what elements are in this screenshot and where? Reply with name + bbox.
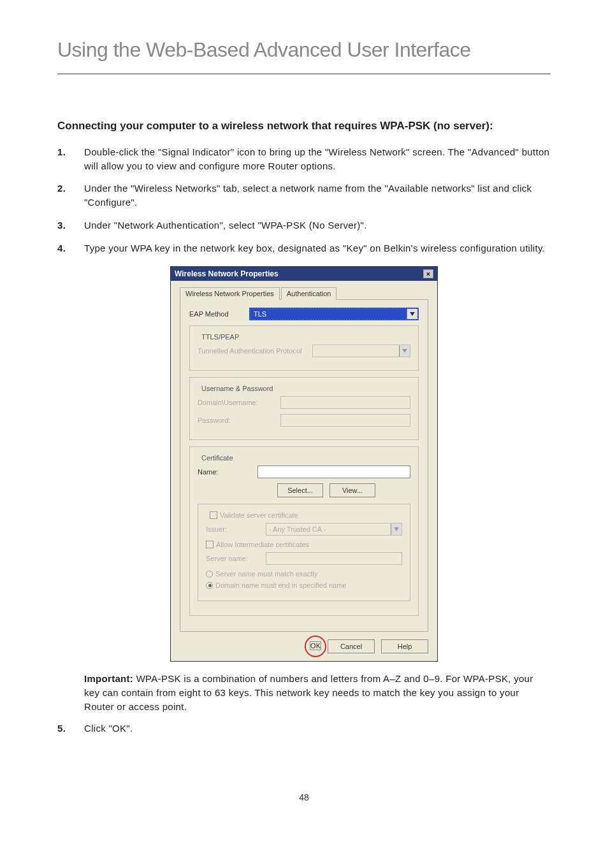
step-desc-1: Double-click the "Signal Indicator" icon… (84, 145, 551, 173)
step-desc-2: Under the "Wireless Networks" tab, selec… (84, 181, 551, 210)
help-button[interactable]: Help (381, 639, 428, 653)
step-3: 3. Under "Network Authentication", selec… (57, 218, 551, 232)
allow-intermediate-checkbox (206, 541, 214, 548)
dialog-title-bar: Wireless Network Properties × (171, 267, 437, 281)
step-num-2: 2. (57, 181, 71, 210)
cert-name-label: Name: (198, 468, 251, 476)
radio-exact (206, 571, 213, 578)
important-note: Important: WPA-PSK is a combination of n… (84, 672, 551, 713)
server-name-field (266, 552, 402, 565)
eap-method-select[interactable]: TLS (249, 308, 419, 320)
cancel-button[interactable]: Cancel (328, 639, 375, 653)
step-num-4: 4. (57, 241, 71, 255)
dialog-footer: OK Cancel Help (180, 639, 428, 653)
domain-username-label: Domain\Username: (198, 399, 274, 406)
page-number: 48 (57, 792, 551, 802)
important-label: Important: (84, 673, 133, 684)
username-password-group: Username & Password Domain\Username: Pas… (189, 377, 419, 440)
password-field (280, 414, 410, 427)
radio-exact-row: Server name must match exactly (206, 570, 402, 578)
radio-domain-row: Domain name must end in specified name (206, 581, 402, 589)
tunnelled-proto-select (312, 345, 410, 357)
dialog-tabs: Wireless Network Properties Authenticati… (180, 287, 428, 300)
tab-panel-authentication: EAP Method TLS TTLS/PEAP Tunnelled Authe… (180, 299, 428, 632)
chevron-down-icon (399, 345, 410, 357)
ok-button[interactable]: OK (310, 641, 321, 650)
cert-view-button[interactable]: View... (329, 483, 375, 497)
step-num-1: 1. (57, 145, 71, 173)
tab-wireless-properties[interactable]: Wireless Network Properties (180, 287, 280, 300)
domain-username-field (280, 396, 410, 409)
steps-list-cont: 5. Click "OK". (57, 722, 551, 736)
validate-title-text: Validate server certificate (220, 511, 298, 519)
step-num-5: 5. (57, 722, 71, 736)
allow-intermediate-label: Allow Intermediate certificates (216, 541, 309, 548)
password-label: Password: (198, 416, 274, 424)
allow-intermediate-row: Allow Intermediate certificates (206, 541, 402, 548)
page-title: Using the Web-Based Advanced User Interf… (57, 38, 551, 75)
sub-heading: Connecting your computer to a wireless n… (57, 119, 551, 134)
steps-list: 1. Double-click the "Signal Indicator" i… (57, 145, 551, 255)
radio-domain-label: Domain name must end in specified name (215, 581, 346, 589)
validate-title: Validate server certificate (206, 511, 302, 519)
step-5: 5. Click "OK". (57, 722, 551, 736)
step-1: 1. Double-click the "Signal Indicator" i… (57, 145, 551, 173)
issuer-value: - Any Trusted CA - (269, 525, 326, 533)
issuer-label: Issuer: (206, 525, 259, 533)
tunnelled-proto-label: Tunnelled Authentication Protocol (198, 347, 306, 355)
validate-checkbox[interactable] (210, 511, 217, 519)
close-icon[interactable]: × (423, 269, 433, 278)
issuer-select: - Any Trusted CA - (266, 523, 402, 536)
step-num-3: 3. (57, 218, 71, 232)
chevron-down-icon (407, 309, 417, 319)
cert-select-button[interactable]: Select... (277, 483, 323, 497)
radio-domain (206, 582, 213, 589)
step-desc-3: Under "Network Authentication", select "… (84, 218, 551, 232)
server-name-label: Server name: (206, 555, 259, 562)
ttls-peap-group: TTLS/PEAP Tunnelled Authentication Proto… (189, 325, 419, 371)
chevron-down-icon (391, 523, 402, 535)
userpass-title: Username & Password (198, 385, 277, 392)
step-desc-4: Type your WPA key in the network key box… (84, 241, 551, 255)
step-4: 4. Type your WPA key in the network key … (57, 241, 551, 255)
ttls-title: TTLS/PEAP (198, 333, 243, 341)
step-desc-5: Click "OK". (84, 722, 551, 736)
important-text: WPA-PSK is a combination of numbers and … (84, 673, 533, 712)
tab-authentication[interactable]: Authentication (281, 287, 337, 300)
wireless-properties-dialog: Wireless Network Properties × Wireless N… (170, 266, 438, 662)
dialog-title: Wireless Network Properties (175, 269, 279, 278)
step-2: 2. Under the "Wireless Networks" tab, se… (57, 181, 551, 210)
eap-method-value: TLS (250, 310, 270, 318)
cert-title: Certificate (198, 454, 237, 462)
cert-name-field[interactable] (257, 466, 410, 478)
eap-method-label: EAP Method (189, 310, 243, 318)
radio-exact-label: Server name must match exactly (215, 570, 317, 578)
validate-server-group: Validate server certificate Issuer: - An… (198, 504, 410, 601)
certificate-group: Certificate Name: Select... View... Vali… (189, 446, 419, 616)
